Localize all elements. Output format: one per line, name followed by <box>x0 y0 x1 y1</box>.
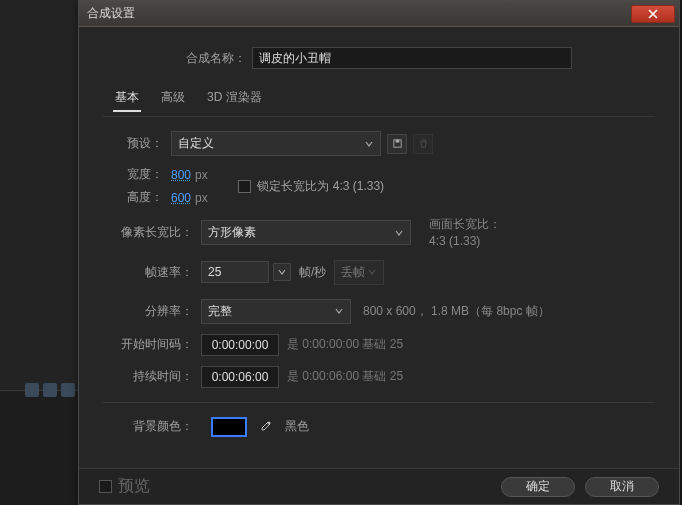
height-value[interactable]: 600 <box>171 191 191 205</box>
delete-preset-button[interactable] <box>413 134 433 154</box>
lock-aspect-label: 锁定长宽比为 <box>257 178 329 195</box>
preview-label: 预览 <box>118 476 150 497</box>
fps-unit: 帧/秒 <box>299 264 326 281</box>
preset-value: 自定义 <box>178 135 214 152</box>
height-label: 高度： <box>103 189 171 206</box>
cancel-button[interactable]: 取消 <box>585 477 659 497</box>
chevron-down-icon <box>334 306 344 316</box>
start-timecode-label: 开始时间码： <box>103 336 201 353</box>
duration-input[interactable] <box>201 366 279 388</box>
tab-basic[interactable]: 基本 <box>113 85 141 112</box>
svg-rect-1 <box>395 140 399 143</box>
duration-note: 是 0:00:06:00 基础 25 <box>287 368 403 385</box>
resolution-label: 分辨率： <box>103 303 201 320</box>
eyedropper-icon <box>258 420 272 434</box>
titlebar: 合成设置 <box>79 1 679 27</box>
eyedropper-button[interactable] <box>255 417 275 437</box>
tab-advanced[interactable]: 高级 <box>159 85 187 112</box>
save-preset-button[interactable] <box>387 134 407 154</box>
close-icon <box>648 9 658 19</box>
par-value: 方形像素 <box>208 224 256 241</box>
composition-settings-dialog: 合成设置 合成名称： 基本 高级 3D 渲染器 预设： 自定义 <box>78 0 680 505</box>
frame-aspect-block: 画面长宽比： 4:3 (1.33) <box>429 216 501 250</box>
frame-aspect-label: 画面长宽比： <box>429 216 501 233</box>
fps-mode-value: 丢帧 <box>341 264 365 281</box>
fps-mode-select: 丢帧 <box>334 260 384 285</box>
chevron-down-icon <box>364 139 374 149</box>
bg-color-swatch[interactable] <box>211 417 247 437</box>
lock-aspect-ratio: 4:3 (1.33) <box>333 179 384 193</box>
resolution-select[interactable]: 完整 <box>201 299 351 324</box>
section-divider <box>103 402 655 403</box>
fps-dropdown-button[interactable] <box>273 263 291 281</box>
width-label: 宽度： <box>103 166 171 183</box>
tabs: 基本 高级 3D 渲染器 <box>113 85 655 112</box>
tab-divider <box>103 116 655 117</box>
start-timecode-input[interactable] <box>201 334 279 356</box>
resolution-value: 完整 <box>208 303 232 320</box>
preset-select[interactable]: 自定义 <box>171 131 381 156</box>
comp-name-label: 合成名称： <box>186 50 246 67</box>
bg-color-label: 背景颜色： <box>103 418 201 435</box>
preview-checkbox[interactable] <box>99 480 112 493</box>
resolution-info: 800 x 600， 1.8 MB（每 8bpc 帧） <box>363 303 550 320</box>
fps-label: 帧速率： <box>103 264 201 281</box>
svg-point-2 <box>268 421 271 424</box>
par-label: 像素长宽比： <box>103 224 201 241</box>
frame-aspect-value: 4:3 (1.33) <box>429 233 501 250</box>
close-button[interactable] <box>631 5 675 23</box>
fps-value: 25 <box>208 265 221 279</box>
fps-value-select[interactable]: 25 <box>201 261 269 283</box>
width-value[interactable]: 800 <box>171 168 191 182</box>
backdrop-panel-icons <box>25 383 75 397</box>
chevron-down-icon <box>367 267 377 277</box>
dialog-footer: 预览 确定 取消 <box>79 468 679 504</box>
bg-color-name: 黑色 <box>285 418 309 435</box>
trash-icon <box>418 138 429 149</box>
ok-button[interactable]: 确定 <box>501 477 575 497</box>
chevron-down-icon <box>394 228 404 238</box>
par-select[interactable]: 方形像素 <box>201 220 411 245</box>
preset-label: 预设： <box>103 135 171 152</box>
duration-label: 持续时间： <box>103 368 201 385</box>
dialog-title: 合成设置 <box>87 5 631 22</box>
tab-3d-renderer[interactable]: 3D 渲染器 <box>205 85 264 112</box>
lock-aspect-checkbox[interactable] <box>238 180 251 193</box>
start-timecode-note: 是 0:00:00:00 基础 25 <box>287 336 403 353</box>
width-unit: px <box>195 168 208 182</box>
height-unit: px <box>195 191 208 205</box>
save-icon <box>392 138 403 149</box>
comp-name-input[interactable] <box>252 47 572 69</box>
chevron-down-icon <box>277 267 287 277</box>
